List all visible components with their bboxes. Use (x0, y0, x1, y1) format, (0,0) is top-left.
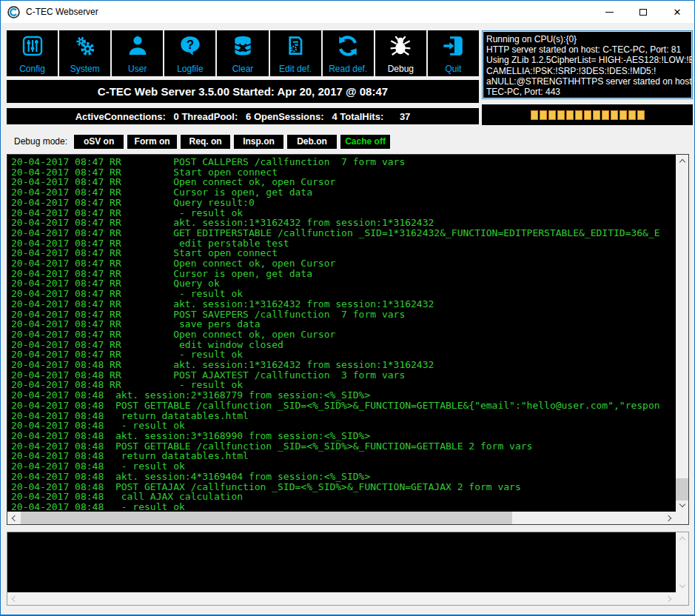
chevron-down-icon (679, 501, 685, 507)
server-info-line: Using ZLib 1.2.5CipherList= HIGH:-AES128… (486, 55, 688, 65)
osv-toggle-button[interactable]: oSV on (74, 135, 124, 149)
server-banner: C-TEC Web Server 3.5.00 Started: Apr 20,… (7, 80, 479, 103)
status-led (637, 110, 645, 120)
log-line: 20-04-2017 08:47 RR POST CALLPERS /callf… (11, 157, 676, 167)
exit-door-icon (441, 34, 465, 58)
scroll-down-button[interactable] (676, 499, 688, 512)
minimize-button[interactable] (592, 1, 626, 23)
gears-icon (73, 34, 97, 58)
server-info-line: HTTP server started on host: C-TEC-PC, P… (486, 44, 688, 55)
secondary-scroll-left-button[interactable] (7, 592, 20, 605)
req-toggle-button[interactable]: Req. on (181, 135, 230, 149)
log-horizontal-scrollbar[interactable] (7, 512, 676, 524)
close-icon: ✕ (674, 7, 682, 17)
log-line: 20-04-2017 08:47 RR - result ok (11, 349, 676, 360)
quit-button[interactable]: Quit (428, 30, 479, 76)
sliders-icon (21, 34, 44, 58)
log-line: 20-04-2017 08:47 RR Cursor is open, get … (11, 269, 676, 279)
system-button[interactable]: System (59, 30, 110, 76)
log-line: 20-04-2017 08:48 RR - result ok (11, 380, 676, 390)
log-output: 20-04-2017 08:47 RR POST CALLPERS /callf… (7, 155, 676, 512)
log-line: 20-04-2017 08:47 RR Cursor is open, get … (11, 187, 676, 198)
scroll-right-button[interactable] (663, 512, 676, 524)
server-info-line: CAMELLIA:!PSK:!SRP:!3DES:!DES:!MD5:! (486, 66, 688, 76)
edit-def-label: Edit def. (279, 64, 312, 74)
database-clear-icon (231, 34, 255, 58)
close-button[interactable]: ✕ (660, 1, 694, 23)
log-line: 20-04-2017 08:47 RR POST SAVEPERS /callf… (11, 309, 676, 320)
secondary-scroll-down-button[interactable] (676, 580, 688, 592)
secondary-horizontal-scrollbar[interactable] (7, 592, 676, 605)
config-label: Config (19, 64, 45, 74)
edit-document-icon (283, 34, 307, 58)
secondary-scroll-right-button[interactable] (663, 592, 676, 605)
log-console: 20-04-2017 08:47 RR POST CALLPERS /callf… (7, 154, 689, 525)
insp-toggle-button[interactable]: Insp.on (234, 135, 283, 149)
secondary-scrollbar-corner (676, 592, 688, 605)
scroll-up-button[interactable] (676, 155, 688, 167)
titlebar: C-TEC Webserver ✕ (1, 1, 694, 23)
logfile-button[interactable]: ? Logfile (164, 30, 215, 76)
log-line: 20-04-2017 08:47 RR Start open connect (11, 248, 676, 258)
deb-toggle-button[interactable]: Deb.on (287, 135, 337, 149)
debug-mode-row: Debug mode: oSV on Form on Req. on Insp.… (7, 134, 394, 149)
scroll-left-button[interactable] (7, 512, 20, 524)
scrollbar-corner (676, 512, 688, 524)
svg-text:?: ? (187, 38, 194, 52)
clear-button[interactable]: Clear (217, 30, 268, 76)
status-led (540, 110, 547, 120)
app-window: { "window": { "title": "C-TEC Webserver"… (0, 0, 695, 616)
status-led (531, 110, 538, 120)
status-led (620, 110, 627, 120)
vertical-scroll-thumb[interactable] (676, 478, 688, 500)
log-line: 20-04-2017 08:47 RR Open connect ok, ope… (11, 258, 676, 269)
horizontal-scroll-thumb[interactable] (21, 512, 512, 524)
log-line: 20-04-2017 08:48 - result ok (11, 502, 676, 512)
log-line: 20-04-2017 08:48 POST GETTABLE /callfunc… (11, 441, 676, 452)
status-led (557, 110, 565, 120)
log-line: 20-04-2017 08:47 RR Query result:0 (11, 198, 676, 208)
log-line: 20-04-2017 08:48 RR akt. session:1*31624… (11, 360, 676, 370)
chevron-down-icon (679, 582, 685, 588)
edit-def-button[interactable]: Edit def. (270, 30, 321, 76)
log-line: 20-04-2017 08:48 return datatables.html (11, 411, 676, 421)
maximize-icon (639, 9, 647, 16)
server-info-line: aNULL:@STRENGTHHTTPS server started on h… (486, 76, 688, 87)
user-button[interactable]: User (112, 30, 163, 76)
cache-toggle-button[interactable]: Cache off (340, 135, 390, 149)
status-led (548, 110, 556, 120)
chevron-left-icon (12, 515, 18, 520)
log-line: 20-04-2017 08:47 RR save pers data (11, 319, 676, 329)
log-line: 20-04-2017 08:47 RR Open connect ok, ope… (11, 177, 676, 187)
log-line: 20-04-2017 08:47 RR Open connect ok, ope… (11, 329, 676, 340)
log-line: 20-04-2017 08:47 RR Start open connect (11, 167, 676, 178)
chevron-left-icon (12, 595, 18, 601)
config-button[interactable]: Config (7, 30, 58, 76)
log-line: 20-04-2017 08:48 POST GETAJAX /callfunct… (11, 482, 676, 492)
status-led (584, 110, 591, 120)
log-line: 20-04-2017 08:48 RR POST AJAXTEST /callf… (11, 370, 676, 381)
log-line: 20-04-2017 08:47 RR edit perstable test (11, 238, 676, 249)
chevron-right-icon (665, 595, 671, 601)
log-vertical-scrollbar[interactable] (676, 155, 688, 512)
secondary-output-content (7, 532, 676, 592)
log-line: 20-04-2017 08:48 - result ok (11, 421, 676, 431)
maximize-button[interactable] (626, 1, 660, 23)
secondary-scroll-up-button[interactable] (676, 532, 688, 545)
log-line: 20-04-2017 08:47 RR akt. session:1*31624… (11, 299, 676, 309)
status-led (566, 110, 574, 120)
log-line: 20-04-2017 08:48 akt. session:4*3169404 … (11, 472, 676, 482)
debug-button[interactable]: Debug (375, 30, 426, 76)
log-line: 20-04-2017 08:47 RR edit window closed (11, 340, 676, 350)
log-line: 20-04-2017 08:48 akt. session:2*3168779 … (11, 390, 676, 401)
window-title: C-TEC Webserver (26, 7, 98, 17)
log-line: 20-04-2017 08:48 akt. session:3*3168990 … (11, 431, 676, 441)
log-line: 20-04-2017 08:48 call AJAX calculation (11, 492, 676, 502)
window-controls: ✕ (592, 1, 694, 23)
form-toggle-button[interactable]: Form on (127, 135, 177, 149)
log-line: 20-04-2017 08:47 RR - result ok (11, 289, 676, 299)
secondary-vertical-scrollbar[interactable] (676, 532, 688, 592)
read-def-button[interactable]: Read def. (323, 30, 374, 76)
status-led (575, 110, 582, 120)
log-line: 20-04-2017 08:47 RR Query ok (11, 278, 676, 289)
